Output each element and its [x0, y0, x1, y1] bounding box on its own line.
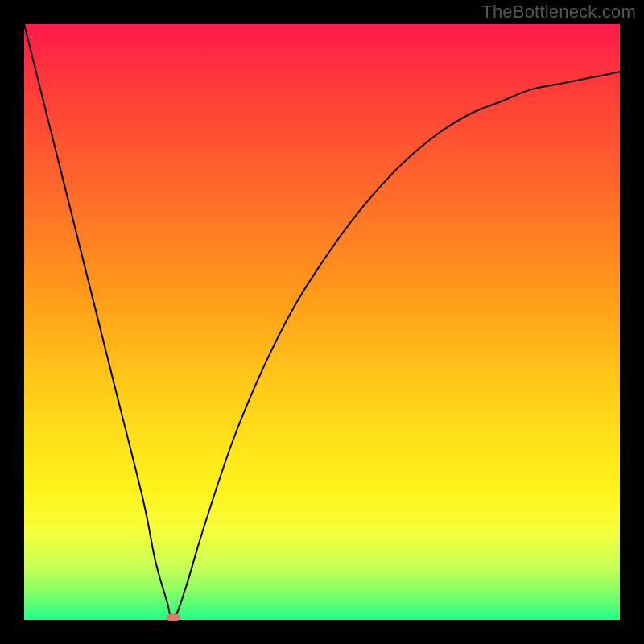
chart-frame: TheBottleneck.com [0, 0, 644, 644]
minimum-marker [166, 613, 180, 621]
bottleneck-curve [24, 24, 620, 620]
curve-svg [24, 24, 620, 620]
plot-area [24, 24, 620, 620]
watermark-text: TheBottleneck.com [481, 2, 636, 23]
